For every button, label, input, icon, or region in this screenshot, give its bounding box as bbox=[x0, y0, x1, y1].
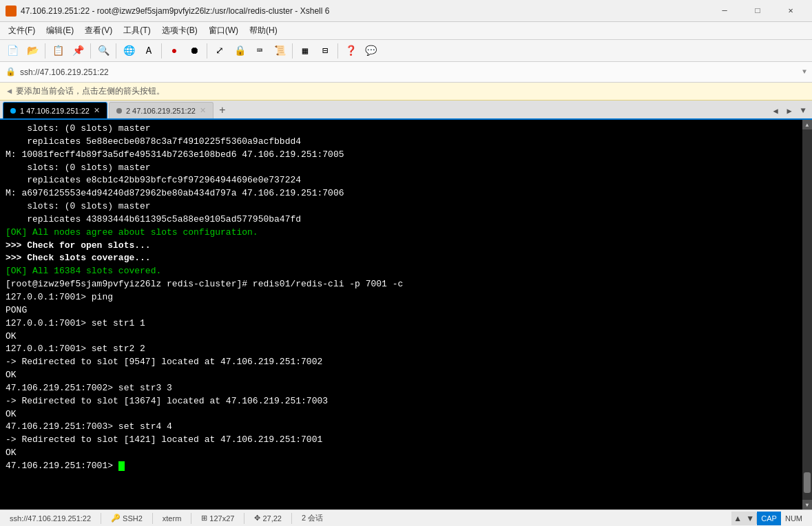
tab-add-button[interactable]: + bbox=[215, 103, 230, 118]
terminal-line-12: [OK] All 16384 slots covered. bbox=[6, 265, 797, 278]
tab-2-dot bbox=[116, 108, 122, 114]
terminal-line-8: replicates 43893444b611395c5a88ee9105ad5… bbox=[6, 213, 797, 227]
scroll-up-button[interactable]: ▲ bbox=[802, 120, 812, 129]
maximize-button[interactable]: □ bbox=[742, 0, 773, 22]
terminal-line-26: OK bbox=[6, 447, 797, 460]
tb-font[interactable]: A bbox=[139, 42, 158, 60]
status-right: ▲ ▼ CAP NUM bbox=[731, 512, 806, 525]
status-sep1 bbox=[101, 513, 101, 524]
menu-window[interactable]: 窗口(W) bbox=[203, 23, 244, 39]
tab-2[interactable]: 2 47.106.219.251:22 ✕ bbox=[109, 102, 214, 118]
tb-sep1 bbox=[45, 43, 45, 59]
menu-tools[interactable]: 工具(T) bbox=[118, 23, 156, 39]
scrollbar: ▲ ▼ bbox=[802, 120, 812, 509]
terminal-line-4: slots: (0 slots) master bbox=[6, 162, 797, 175]
status-up-arrow[interactable]: ▲ bbox=[731, 512, 744, 525]
terminal-line-9: [OK] All nodes agree about slots configu… bbox=[6, 227, 797, 240]
status-sep4 bbox=[244, 513, 244, 524]
tb-record[interactable]: ⏺ bbox=[185, 42, 204, 60]
status-pos-icon: ✥ bbox=[254, 514, 260, 523]
app-icon bbox=[6, 6, 17, 17]
status-bar: ssh://47.106.219.251:22 🔑 SSH2 xterm ⊞ 1… bbox=[0, 509, 812, 526]
terminal-line-13: [root@izwz9ef5sjam9pvfyiz26lz redis-clus… bbox=[6, 278, 797, 291]
menu-help[interactable]: 帮助(H) bbox=[244, 23, 283, 39]
terminal-line-21: 47.106.219.251:7002> set str3 3 bbox=[6, 382, 797, 395]
terminal-line-11: >>> Check slots coverage... bbox=[6, 252, 797, 265]
tb-grid[interactable]: ▦ bbox=[295, 42, 315, 60]
tb-red[interactable]: ● bbox=[165, 42, 184, 60]
tab-1-dot bbox=[10, 108, 16, 114]
window-title: 47.106.219.251:22 - root@izwz9ef5sjam9pv… bbox=[21, 6, 709, 16]
status-encoding-text: xterm bbox=[163, 514, 182, 523]
terminal-line-3: M: 10081fecff4b89f3a5dfe495314b7263e108b… bbox=[6, 149, 797, 162]
close-button[interactable]: ✕ bbox=[775, 0, 806, 22]
terminal-line-7: slots: (0 slots) master bbox=[6, 200, 797, 213]
tb-copy[interactable]: 📋 bbox=[48, 42, 67, 60]
tb-new[interactable]: 📄 bbox=[3, 42, 22, 60]
terminal-line-6: M: a6976125553e4d94240d872962be80ab434d7… bbox=[6, 187, 797, 200]
tb-split[interactable]: ⊟ bbox=[315, 42, 335, 60]
scroll-track[interactable] bbox=[802, 129, 812, 500]
tb-script[interactable]: 📜 bbox=[270, 42, 289, 60]
status-position: ✥ 27,22 bbox=[250, 512, 286, 525]
tab-bar: 1 47.106.219.251:22 ✕ 2 47.106.219.251:2… bbox=[0, 101, 812, 120]
tb-sep4 bbox=[161, 43, 162, 59]
tb-help[interactable]: ❓ bbox=[341, 42, 360, 60]
menu-file[interactable]: 文件(F) bbox=[3, 23, 41, 39]
minimize-button[interactable]: — bbox=[709, 0, 740, 22]
terminal-line-25: -> Redirected to slot [1421] located at … bbox=[6, 434, 797, 447]
tb-lock[interactable]: 🔒 bbox=[230, 42, 249, 60]
tab-nav-prev[interactable]: ◀ bbox=[769, 103, 782, 118]
tab-nav-next[interactable]: ▶ bbox=[783, 103, 795, 118]
tab-1-label: 1 47.106.219.251:22 bbox=[20, 107, 90, 115]
terminal-content[interactable]: slots: (0 slots) master replicates 5e88e… bbox=[0, 120, 802, 509]
menu-view[interactable]: 查看(V) bbox=[79, 23, 118, 39]
terminal-line-16: 127.0.0.1:7001> set str1 1 bbox=[6, 317, 797, 330]
scroll-down-button[interactable]: ▼ bbox=[802, 500, 812, 509]
tb-search[interactable]: 🔍 bbox=[94, 42, 113, 60]
address-bar: 🔒 ssh://47.106.219.251:22 ▼ bbox=[0, 62, 812, 83]
status-protocol-text: SSH2 bbox=[123, 514, 143, 523]
tb-sep2 bbox=[90, 43, 91, 59]
tb-paste[interactable]: 📌 bbox=[68, 42, 87, 60]
tab-1-close[interactable]: ✕ bbox=[94, 106, 100, 115]
status-ssh-text: ssh://47.106.219.251:22 bbox=[10, 514, 91, 523]
terminal-line-22: -> Redirected to slot [13674] located at… bbox=[6, 395, 797, 408]
status-dimensions: ⊞ 127x27 bbox=[197, 512, 238, 525]
tab-nav: ◀ ▶ ▼ bbox=[769, 103, 809, 118]
tb-keyboard[interactable]: ⌨ bbox=[250, 42, 269, 60]
tab-2-label: 2 47.106.219.251:22 bbox=[126, 107, 196, 115]
tb-connect[interactable]: 🌐 bbox=[119, 42, 138, 60]
status-sep2 bbox=[152, 513, 153, 524]
terminal-line-27: 47.106.219.251:7001> bbox=[6, 460, 797, 473]
tab-2-close[interactable]: ✕ bbox=[200, 106, 206, 115]
tab-nav-menu[interactable]: ▼ bbox=[797, 103, 809, 118]
notice-text: 要添加当前会话，点击左侧的箭头按钮。 bbox=[16, 85, 165, 97]
terminal-line-17: OK bbox=[6, 330, 797, 344]
terminal-line-15: PONG bbox=[6, 304, 797, 317]
status-sep3 bbox=[191, 513, 191, 524]
terminal-line-1: slots: (0 slots) master bbox=[6, 123, 797, 136]
terminal-wrapper: slots: (0 slots) master replicates 5e88e… bbox=[0, 120, 812, 509]
tb-sep5 bbox=[207, 43, 207, 59]
status-encoding: xterm bbox=[158, 512, 186, 525]
status-ssh: ssh://47.106.219.251:22 bbox=[6, 512, 95, 525]
notice-arrow-icon: ◀ bbox=[7, 86, 12, 96]
terminal-line-5: replicates e8cb1c42bb93bfcfc9f9729649446… bbox=[6, 174, 797, 187]
tab-1[interactable]: 1 47.106.219.251:22 ✕ bbox=[3, 102, 107, 118]
lock-icon: 🔒 bbox=[6, 67, 16, 77]
tb-sep7 bbox=[337, 43, 338, 59]
address-text[interactable]: ssh://47.106.219.251:22 bbox=[20, 67, 798, 77]
menu-tabs[interactable]: 选项卡(B) bbox=[156, 23, 203, 39]
tb-open[interactable]: 📂 bbox=[23, 42, 42, 60]
status-protocol: 🔑 SSH2 bbox=[107, 512, 147, 525]
address-dropdown[interactable]: ▼ bbox=[802, 68, 806, 76]
menu-edit[interactable]: 编辑(E) bbox=[41, 23, 79, 39]
tb-chat[interactable]: 💬 bbox=[361, 42, 380, 60]
scroll-thumb[interactable] bbox=[804, 472, 811, 493]
status-sep5 bbox=[291, 513, 292, 524]
tb-expand[interactable]: ⤢ bbox=[210, 42, 229, 60]
terminal-line-23: OK bbox=[6, 408, 797, 421]
status-down-arrow[interactable]: ▼ bbox=[744, 512, 756, 525]
window-controls: — □ ✕ bbox=[709, 0, 806, 22]
